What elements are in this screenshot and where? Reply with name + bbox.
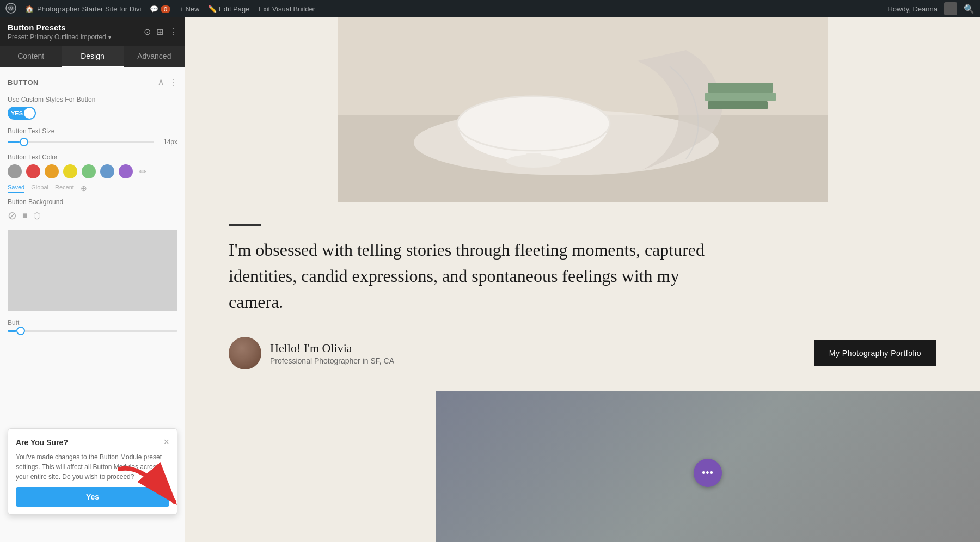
panel-title: Button Presets (8, 23, 111, 32)
custom-styles-label: Use Custom Styles For Button (8, 96, 177, 103)
swatch-edit-icon[interactable]: ✏ (139, 167, 146, 177)
confirm-close-button[interactable]: × (163, 436, 169, 448)
swatch-red[interactable] (26, 164, 40, 178)
section-header-button: Button ∧ ⋮ (8, 76, 177, 88)
more-icon[interactable]: ⋮ (169, 27, 177, 37)
wp-logo-icon: W (5, 3, 16, 14)
color-swatches: ✏ (8, 164, 177, 178)
author-title: Professional Photographer in SF, CA (270, 356, 394, 365)
comments-badge: 0 (161, 5, 170, 13)
swatch-blue[interactable] (100, 164, 114, 178)
bg-label: Button Background (8, 198, 177, 206)
new-link[interactable]: + New (179, 5, 199, 13)
text-size-value: 14px (158, 138, 177, 146)
author-text: Hello! I'm Olivia Professional Photograp… (270, 341, 394, 365)
tab-design[interactable]: Design (62, 46, 123, 67)
slider-thumb[interactable] (20, 138, 28, 146)
quote-text: I'm obsessed with telling stories throug… (229, 237, 719, 315)
text-size-slider-row: 14px (8, 138, 177, 146)
tab-advanced[interactable]: Advanced (124, 46, 185, 67)
bg-solid-icon[interactable]: ■ (22, 211, 28, 220)
lower-section: ••• (185, 391, 980, 542)
author-info: Hello! I'm Olivia Professional Photograp… (229, 337, 394, 369)
bowl-scene (338, 17, 828, 202)
author-name: Hello! I'm Olivia (270, 341, 394, 355)
lower-left (185, 391, 436, 542)
avatar-image (229, 337, 261, 369)
search-icon[interactable]: 🔍 (964, 4, 975, 14)
confirm-title: Are You Sure? (16, 438, 68, 447)
main-content: I'm obsessed with telling stories throug… (185, 17, 980, 542)
panel-header-icons: ⊙ ⊞ ⋮ (144, 27, 177, 37)
avatar (229, 337, 261, 369)
chevron-down-icon: ▾ (108, 34, 111, 40)
bg-gradient-icon[interactable]: ⬡ (33, 211, 41, 221)
dots-icon: ••• (702, 467, 714, 479)
confirm-dialog: Are You Sure? × You've made changes to t… (8, 428, 177, 515)
search-icon[interactable]: ⊙ (144, 27, 151, 37)
collapse-icon[interactable]: ∧ (157, 76, 164, 88)
columns-icon[interactable]: ⊞ (156, 27, 163, 37)
admin-bar-right: Howdy, Deanna 🔍 (887, 2, 975, 15)
swatch-purple[interactable] (119, 164, 133, 178)
secondary-slider-thumb[interactable] (16, 327, 25, 335)
comments-link[interactable]: 💬 0 (150, 5, 170, 13)
confirm-yes-button[interactable]: Yes (16, 487, 169, 507)
toggle-knob (24, 108, 35, 119)
bowl-svg (338, 17, 828, 202)
swatch-orange[interactable] (45, 164, 59, 178)
lower-right-image: ••• (436, 391, 980, 542)
exit-builder-link[interactable]: Exit Visual Builder (258, 5, 315, 13)
avatar-icon (944, 2, 957, 15)
swatch-yellow[interactable] (63, 164, 77, 178)
panel-tabs: Content Design Advanced (0, 46, 185, 67)
divider-line (229, 224, 261, 226)
saved-tabs-icon[interactable]: ⊕ (81, 184, 87, 193)
hero-section (185, 17, 980, 202)
svg-rect-12 (708, 101, 768, 109)
swatch-green[interactable] (82, 164, 96, 178)
content-section: I'm obsessed with telling stories throug… (185, 202, 980, 391)
panel-header: Button Presets Preset: Primary Outlined … (0, 17, 185, 46)
confirm-body: You've made changes to the Button Module… (16, 452, 169, 482)
wp-logo-link[interactable]: W (5, 3, 16, 15)
toggle-yes-label: YES (8, 110, 23, 116)
section-more-icon[interactable]: ⋮ (169, 77, 177, 88)
site-nav: 🏠 Photographer Starter Site for Divi (25, 5, 141, 13)
portfolio-button[interactable]: My Photography Portfolio (814, 340, 936, 366)
author-row: Hello! I'm Olivia Professional Photograp… (229, 337, 936, 369)
tab-content[interactable]: Content (0, 46, 62, 67)
admin-bar: W 🏠 Photographer Starter Site for Divi 💬… (0, 0, 980, 17)
panel-content: Button ∧ ⋮ Use Custom Styles For Button … (0, 67, 185, 542)
preview-box (8, 230, 177, 311)
secondary-slider-row (8, 330, 177, 332)
secondary-slider-track (8, 330, 177, 332)
svg-rect-11 (705, 93, 776, 101)
text-color-label: Button Text Color (8, 153, 177, 161)
text-size-slider-track (8, 141, 154, 143)
saved-tab-saved[interactable]: Saved (8, 184, 24, 193)
left-panel: Button Presets Preset: Primary Outlined … (0, 17, 185, 542)
saved-tab-global[interactable]: Global (31, 184, 48, 193)
text-size-label: Button Text Size (8, 127, 177, 135)
howdy-text: Howdy, Deanna (887, 5, 938, 13)
bg-none-icon[interactable]: ⊘ (8, 209, 17, 222)
svg-text:W: W (8, 6, 13, 11)
site-icon-link[interactable]: 🏠 (25, 5, 34, 13)
butt-partial-label: Butt (8, 319, 177, 327)
custom-styles-toggle-wrap: YES (8, 107, 177, 120)
custom-styles-toggle[interactable]: YES (8, 107, 36, 120)
swatch-gray[interactable] (8, 164, 22, 178)
svg-rect-9 (525, 153, 542, 164)
section-title-button: Button (8, 78, 39, 87)
panel-subtitle: Preset: Primary Outlined imported ▾ (8, 33, 111, 41)
edit-page-link[interactable]: ✏️ Edit Page (208, 5, 249, 13)
secondary-slider-fill (8, 330, 16, 332)
hero-image (338, 17, 828, 202)
site-name-link[interactable]: Photographer Starter Site for Divi (37, 5, 141, 13)
svg-rect-10 (708, 83, 773, 93)
slider-fill (8, 141, 20, 143)
saved-tabs: Saved Global Recent ⊕ (8, 184, 177, 193)
saved-tab-recent[interactable]: Recent (55, 184, 74, 193)
circle-menu-button[interactable]: ••• (694, 459, 722, 487)
